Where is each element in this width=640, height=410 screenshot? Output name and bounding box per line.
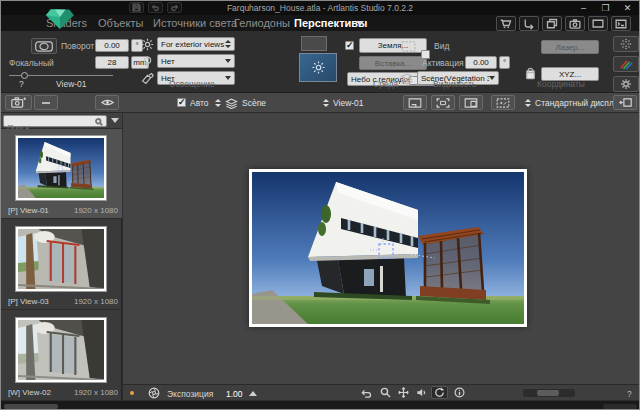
close-button[interactable]: ✕ (620, 1, 635, 14)
tab-lights[interactable]: Источники света (153, 17, 237, 29)
view-resolution: 1920 x 1080 (74, 206, 118, 215)
view-tag: [P] (8, 297, 18, 306)
info-button[interactable] (451, 386, 468, 399)
sparkle-button[interactable] (613, 36, 639, 52)
preview-quality-slider-thumb[interactable] (537, 390, 559, 396)
sun-icon (141, 38, 154, 51)
catalog-cart-button[interactable] (496, 16, 516, 31)
dashed-frame-icon (401, 41, 416, 52)
refresh-button[interactable] (431, 386, 448, 399)
heliodon-slot[interactable] (301, 36, 327, 51)
batch-render-button[interactable] (611, 16, 631, 31)
display-mode-select[interactable]: Стандартный дисплей (535, 98, 623, 108)
lock-icon[interactable] (525, 67, 536, 80)
titlebar[interactable]: Farquharson_House.atla - Artlantis Studi… (1, 1, 639, 15)
exterior-lighting-select[interactable]: For exterior views (157, 37, 235, 51)
activation-unit: ° (499, 56, 510, 69)
view-thumbnail-image[interactable] (15, 317, 107, 383)
inspector-toolbar: Поворот 0.00 ° Фокальный 28 mm ? View-01… (1, 31, 639, 93)
help-mark[interactable]: ? (627, 389, 632, 399)
remove-view-button[interactable] (34, 95, 58, 110)
display-size-button[interactable] (588, 16, 608, 31)
undo-view-button[interactable] (357, 386, 374, 399)
aperture-button[interactable] (145, 386, 162, 399)
insert-button[interactable]: Вставка... (359, 56, 427, 70)
move-tool-button[interactable] (519, 16, 539, 31)
view-thumbnail-image[interactable] (15, 135, 107, 201)
sidebar-horizontal-scrollbar[interactable] (4, 404, 58, 409)
window-controls: – ❐ ✕ (576, 1, 635, 14)
exposure-stepper-icon[interactable] (249, 391, 257, 396)
duplicate-button[interactable] (542, 16, 562, 31)
view-thumbnail-row[interactable]: [P] View-03 1920 x 1080 (1, 220, 122, 310)
maximize-button[interactable]: ❐ (598, 1, 613, 14)
display-select-updown-icon[interactable] (525, 99, 531, 107)
add-view-button[interactable] (5, 95, 32, 110)
view-thumbnail-row[interactable]: [P] View-01 1920 x 1080 (1, 129, 122, 219)
view-tag: [P] (8, 206, 18, 215)
scene-updown-icon[interactable] (215, 99, 221, 107)
search-field[interactable] (3, 115, 107, 127)
exposure-label: Экспозиция (167, 389, 213, 399)
render-preview-image[interactable] (249, 169, 527, 327)
auto-checkbox[interactable] (177, 98, 186, 107)
filter-dropdown-icon[interactable] (111, 118, 119, 123)
speaker-button[interactable] (413, 386, 430, 399)
ground-button[interactable]: Земля... (359, 38, 427, 53)
viewport-toolbar: Авто Scène View-01 Стандартный дисплей (1, 93, 639, 113)
ground-checkbox[interactable] (345, 41, 354, 50)
current-view-name: View-01 (56, 79, 87, 89)
focal-slider-knob[interactable] (21, 72, 28, 79)
activation-value-field[interactable]: 0.00 (465, 56, 497, 69)
perspectives-dropdown-icon[interactable] (356, 21, 364, 26)
rotation-value-field[interactable]: 0.00 (95, 39, 129, 52)
dropdown-icon (225, 59, 231, 63)
rotation-label: Поворот (61, 41, 94, 51)
view-thumbnail-image[interactable] (15, 226, 107, 292)
view-label: Вид (434, 41, 449, 51)
heliodon-sun-icon (311, 60, 326, 75)
heliodon-preview[interactable] (299, 53, 337, 82)
dropdown-icon (225, 76, 231, 80)
artlantis-logo-icon (45, 4, 75, 30)
view-select-updown-icon[interactable] (323, 99, 329, 107)
background-preview-button[interactable] (491, 95, 515, 110)
safe-frame-button[interactable] (431, 95, 455, 110)
eye-button[interactable] (95, 95, 119, 110)
status-strip (1, 400, 639, 410)
tab-objects[interactable]: Объекты (98, 17, 143, 29)
render-size-button[interactable] (403, 95, 427, 110)
view-thumbnail-row[interactable]: [W] View-02 1920 x 1080 (1, 311, 122, 401)
neon-light-select[interactable]: Нет (157, 54, 235, 68)
scene-layer-label[interactable]: Scène (242, 98, 266, 108)
environment-section-label: Среда (373, 79, 398, 89)
view-name: View-02 (22, 388, 51, 397)
panel-collapse-button[interactable] (613, 95, 637, 110)
gear-button[interactable] (613, 76, 639, 92)
tab-heliodons[interactable]: Гелиодоны (234, 17, 290, 29)
preview-canvas[interactable] (123, 113, 640, 384)
search-row (1, 113, 122, 129)
help-mark[interactable]: ? (19, 79, 24, 89)
progress-segment (603, 404, 637, 409)
preview-quality-slider-track[interactable] (523, 389, 575, 397)
snapshot-camera-button[interactable] (565, 16, 585, 31)
focal-value-field[interactable]: 28 (95, 56, 129, 69)
dropdown-icon (489, 76, 495, 80)
view-name: View-01 (20, 206, 49, 215)
menu-icon-buttons (496, 16, 631, 31)
laser-button[interactable]: Лазер... (541, 40, 599, 54)
coordinates-section-label: Координаты (537, 79, 585, 89)
zoom-button[interactable] (377, 386, 394, 399)
minimize-button[interactable]: – (576, 1, 591, 14)
artlantis-window: Farquharson_House.atla - Artlantis Studi… (0, 0, 640, 410)
exposure-value[interactable]: 1.00 (226, 389, 243, 399)
camera-lens-button[interactable] (31, 38, 57, 54)
view-name: View-03 (20, 297, 49, 306)
view-resolution: 1920 x 1080 (74, 297, 118, 306)
layout-window-button[interactable] (459, 95, 483, 110)
views-sidebar: [P] View-01 1920 x 1080 [P] View-03 1920… (1, 113, 122, 400)
render-button[interactable] (613, 56, 639, 72)
view-select[interactable]: View-01 (333, 98, 364, 108)
pan-button[interactable] (395, 386, 412, 399)
